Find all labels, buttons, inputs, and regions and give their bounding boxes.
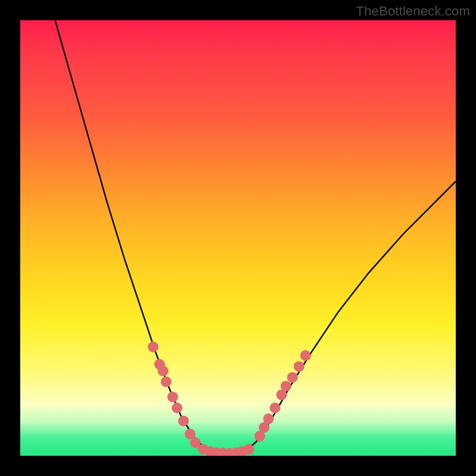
data-marker [158,365,168,376]
watermark-text: TheBottleneck.com [356,4,470,19]
plot-area [20,20,456,456]
chart-svg [20,20,456,456]
data-marker [243,444,254,455]
data-marker [172,403,183,414]
data-marker [178,415,189,426]
data-marker [300,350,311,361]
data-marker [167,392,178,402]
data-marker [287,372,298,383]
data-marker [270,403,280,414]
data-marker [294,361,305,372]
data-markers [148,342,311,456]
data-marker [161,377,171,387]
data-marker [263,414,274,424]
data-marker [281,381,292,392]
data-marker [148,342,158,352]
chart-frame: TheBottleneck.com [0,0,476,476]
bottleneck-curve [55,20,456,454]
